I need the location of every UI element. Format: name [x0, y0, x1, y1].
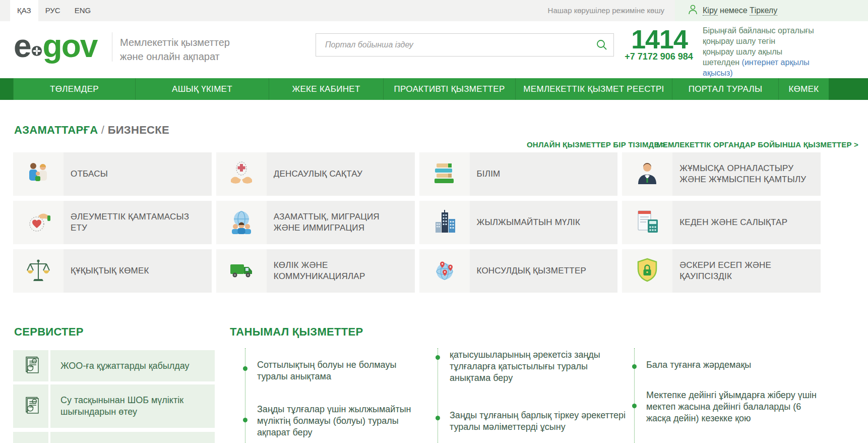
accessibility-mode-link[interactable]: Нашар көрушілер режиміне көшу [548, 0, 664, 21]
lang-tab-kaz[interactable]: ҚАЗ [10, 0, 38, 21]
category-label: ЖЫЛЖЫМАЙТЫН МҮЛІК [477, 217, 581, 228]
nav-item-help[interactable]: КӨМЕК [778, 78, 829, 100]
consular-icon [431, 257, 458, 285]
egov-logo[interactable]: e gov [14, 28, 97, 64]
family-icon [25, 160, 51, 188]
timeline-line-2 [438, 348, 438, 443]
timeline-dot [632, 404, 637, 408]
category-family[interactable]: ОТБАСЫ [13, 152, 212, 196]
nav-item-open-government[interactable]: АШЫҚ ҮКІМЕТ [135, 78, 269, 100]
category-social-security[interactable]: ӘЛЕУМЕТТІК ҚАМТАМАСЫЗ ЕТУ [13, 201, 212, 244]
category-healthcare[interactable]: ДЕНСАУЛЫҚ САҚТАУ [216, 152, 415, 196]
service-label: ЖОО-ға құжаттарды қабылдау [60, 360, 190, 372]
transport-icon [228, 257, 255, 285]
timeline-dot [243, 418, 247, 422]
education-icon [431, 160, 458, 188]
online-services-list-link[interactable]: ОНЛАЙН ҚЫЗМЕТТЕР БІР ТІЗІМДЕ > [527, 140, 666, 149]
military-security-icon [634, 257, 660, 285]
category-label: КӨЛІК ЖӘНЕ КОММУНИКАЦИЯЛАР [274, 260, 409, 282]
timeline-dot [243, 366, 247, 371]
timeline-dot [436, 416, 440, 420]
main-navigation: ТӨЛЕМДЕР АШЫҚ ҮКІМЕТ ЖЕКЕ КАБИНЕТ ПРОАКТ… [0, 78, 868, 100]
category-label: КОНСУЛДЫҚ ҚЫЗМЕТТЕР [477, 265, 586, 276]
category-label: КЕДЕН ЖӘНЕ САЛЫҚТАР [679, 217, 787, 228]
timeline-dot [632, 364, 637, 369]
popular-service-link[interactable]: Заңды тұлғалар үшін жылжымайтын мүліктің… [257, 404, 428, 438]
popular-service-link[interactable]: Соттылықтың болуы не болмауы туралы анық… [257, 359, 428, 382]
category-military-security[interactable]: ӘСКЕРИ ЕСЕП ЖӘНЕ ҚАУІПСІЗДІК [622, 249, 821, 293]
logo-gov: gov [43, 28, 97, 64]
category-label: БІЛІМ [477, 169, 501, 180]
services-by-gov-bodies-link[interactable]: МЕМЛЕКЕТТІК ОРГАНДАР БОЙЫНША ҚЫЗМЕТТЕР > [656, 140, 858, 149]
logo-ornament-icon [31, 45, 42, 59]
audience-tabs: АЗАМАТТАРҒА / БИЗНЕСКЕ [14, 124, 169, 137]
timeline-line-3 [634, 348, 635, 443]
tab-citizens[interactable]: АЗАМАТТАРҒА [14, 124, 98, 136]
category-consular[interactable]: КОНСУЛДЫҚ ҚЫЗМЕТТЕР [419, 249, 618, 293]
document-search-icon [21, 395, 41, 417]
logo-e: e [14, 28, 31, 64]
category-customs-taxes[interactable]: КЕДЕН ЖӘНЕ САЛЫҚТАР [622, 201, 821, 244]
employment-icon [634, 160, 660, 188]
real-estate-icon [431, 208, 458, 237]
login-link[interactable]: Кіру [703, 6, 718, 16]
category-real-estate[interactable]: ЖЫЛЖЫМАЙТЫН МҮЛІК [419, 201, 618, 244]
category-transport[interactable]: КӨЛІК ЖӘНЕ КОММУНИКАЦИЯЛАР [216, 249, 415, 293]
service-item-partial[interactable] [13, 432, 215, 443]
category-education[interactable]: БІЛІМ [419, 152, 618, 196]
login-register-link[interactable]: Кіру немесе Тіркелу [703, 6, 777, 15]
call-center-number: 1414 [624, 24, 695, 54]
contact-info: Бірыңғай байланыс орталығы қоңырау шалу … [703, 25, 833, 78]
category-label: ЖҰМЫСҚА ОРНАЛАСТЫРУ ЖӘНЕ ЖҰМЫСПЕН ҚАМТЫЛ… [679, 163, 815, 185]
popular-service-link[interactable]: Мектепке дейінгі ұйымдарға жіберу үшін м… [646, 390, 828, 424]
nav-item-service-registry[interactable]: МЕМЛЕКЕТТІК ҚЫЗМЕТ РЕЕСТРІ [515, 78, 672, 100]
login-area[interactable]: Кіру немесе Тіркелу [675, 0, 868, 21]
site-tagline: Мемлекеттік қызметтер және онлайн ақпара… [120, 35, 230, 64]
top-bar: ҚАЗ РУС ENG Нашар көрушілер режиміне көш… [0, 0, 868, 21]
timeline-line-1 [245, 348, 245, 443]
service-item-flood-compensation[interactable]: Су тасқынынан ШОБ мүліктік шығындарын өт… [13, 384, 215, 428]
migration-icon [228, 208, 255, 237]
popular-service-link[interactable]: қатысушыларының әрекетсіз заңды тұлғалар… [450, 349, 631, 384]
category-label: ӘСКЕРИ ЕСЕП ЖӘНЕ ҚАУІПСІЗДІК [679, 260, 815, 282]
lang-tab-eng[interactable]: ENG [68, 0, 98, 21]
portal-search [316, 33, 614, 57]
popular-service-link[interactable]: Бала туғанға жәрдемақы [646, 359, 828, 371]
category-label: ӘЛЕУМЕТТІК ҚАМТАМАСЫЗ ЕТУ [71, 211, 206, 234]
egov-portal-page: ҚАЗ РУС ENG Нашар көрушілер режиміне көш… [0, 0, 868, 443]
service-item-university-docs[interactable]: ЖОО-ға құжаттарды қабылдау [13, 350, 215, 381]
logo-divider [112, 32, 112, 62]
nav-item-about-portal[interactable]: ПОРТАЛ ТУРАЛЫ [672, 78, 778, 100]
category-label: ДЕНСАУЛЫҚ САҚТАУ [274, 169, 362, 180]
popular-services-title: ТАНЫМАЛ ҚЫЗМЕТТЕР [230, 325, 363, 339]
document-search-icon [21, 355, 41, 377]
customs-taxes-icon [634, 208, 660, 237]
nav-item-personal-cabinet[interactable]: ЖЕКЕ КАБИНЕТ [269, 78, 383, 100]
register-link[interactable]: Тіркелу [750, 6, 777, 16]
nav-item-payments[interactable]: ТӨЛЕМДЕР [13, 78, 135, 100]
service-label: Су тасқынынан ШОБ мүліктік шығындарын өт… [60, 395, 205, 418]
healthcare-icon [228, 160, 255, 188]
social-security-icon [25, 208, 51, 237]
tab-business[interactable]: БИЗНЕСКЕ [108, 124, 169, 136]
nav-item-proactive-services[interactable]: ПРОАКТИВТІ ҚЫЗМЕТТЕР [383, 78, 515, 100]
category-migration[interactable]: АЗАМАТТЫҚ, МИГРАЦИЯ ЖӘНЕ ИММИГРАЦИЯ [216, 201, 415, 244]
nav-right-edge [829, 78, 868, 100]
category-employment[interactable]: ЖҰМЫСҚА ОРНАЛАСТЫРУ ЖӘНЕ ЖҰМЫСПЕН ҚАМТЫЛ… [622, 152, 821, 196]
service-categories-grid: ОТБАСЫ ДЕНСАУЛЫҚ САҚТАУ БІЛІМ ЖҰМЫСҚА ОР… [13, 152, 821, 293]
nav-left-edge [0, 78, 13, 100]
legal-aid-icon [25, 257, 51, 285]
lang-tab-rus[interactable]: РУС [38, 0, 68, 21]
popular-service-link[interactable]: Заңды тұлғаның барлық тіркеу әрекеттері … [450, 410, 631, 433]
category-legal-aid[interactable]: ҚҰҚЫҚТЫҚ КӨМЕК [13, 249, 212, 293]
search-input[interactable] [316, 33, 614, 57]
search-icon[interactable] [596, 39, 608, 53]
category-label: ОТБАСЫ [71, 169, 108, 180]
timeline-dot [436, 355, 440, 360]
services-section-title: СЕРВИСТЕР [14, 325, 84, 339]
language-switcher: ҚАЗ РУС ENG [10, 0, 98, 21]
category-label: АЗАМАТТЫҚ, МИГРАЦИЯ ЖӘНЕ ИММИГРАЦИЯ [274, 211, 409, 234]
site-header: e gov Мемлекеттік қызметтер және онлайн … [0, 21, 868, 78]
category-label: ҚҰҚЫҚТЫҚ КӨМЕК [71, 265, 149, 276]
user-icon [688, 5, 698, 17]
